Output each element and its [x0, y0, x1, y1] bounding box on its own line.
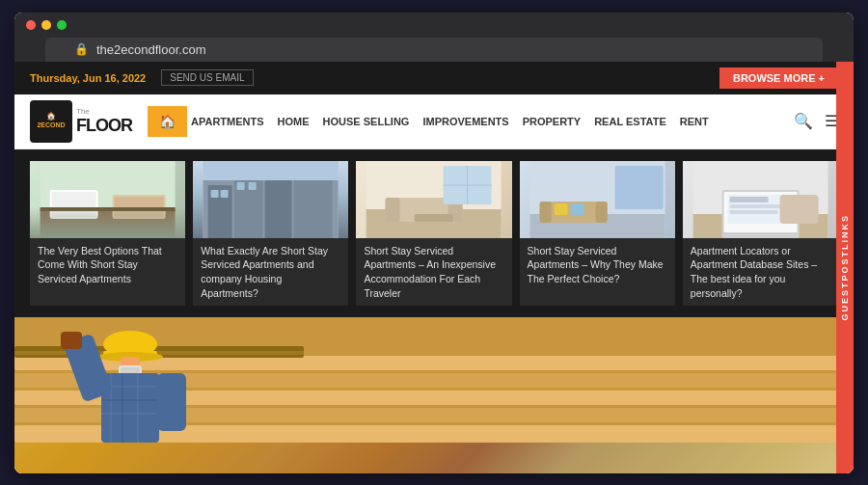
article-card-3[interactable]: Short Stay Serviced Apartments – An Inex… — [356, 161, 511, 307]
article-image-2 — [193, 161, 348, 238]
logo-the: The — [76, 107, 132, 116]
svg-rect-42 — [729, 204, 787, 208]
article-card-2[interactable]: What Exactly Are Short Stay Serviced Apa… — [193, 161, 348, 307]
nav-links: APARTMENTS HOME HOUSE SELLING IMPROVEMEN… — [191, 116, 794, 127]
svg-rect-21 — [386, 198, 400, 222]
nav-icons: 🔍 ☰ — [794, 112, 838, 130]
hero-svg — [14, 317, 854, 443]
send-email-button[interactable]: SEND US EMAIL — [161, 69, 253, 86]
address-bar[interactable]: 🔒 the2econdfloor.com — [45, 38, 823, 62]
svg-rect-14 — [221, 190, 229, 198]
article-card-5[interactable]: Apartment Locators or Apartment Database… — [683, 161, 838, 307]
article-title-5: Apartment Locators or Apartment Database… — [683, 238, 838, 307]
sidebar-label-text: GUESTPOSTLINKS — [840, 214, 850, 321]
svg-rect-16 — [249, 182, 257, 190]
nav-improvements[interactable]: IMPROVEMENTS — [422, 116, 508, 127]
nav-home[interactable]: HOME — [278, 116, 310, 127]
article-title-4: Short Stay Serviced Apartments – Why The… — [520, 238, 675, 292]
sidebar-label: GUESTPOSTLINKS — [836, 62, 854, 473]
svg-rect-6 — [41, 207, 176, 211]
browser-window: 🔒 the2econdfloor.com GUESTPOSTLINKS Thur… — [14, 13, 854, 473]
nav-apartments[interactable]: APARTMENTS — [191, 116, 264, 127]
svg-rect-3 — [52, 192, 96, 217]
logo-text: The FLOOR — [76, 107, 132, 136]
svg-rect-67 — [61, 332, 82, 349]
svg-rect-30 — [539, 202, 551, 223]
svg-rect-12 — [294, 178, 333, 238]
article-card-4[interactable]: Short Stay Serviced Apartments – Why The… — [520, 161, 675, 307]
logo-icon: 🏠2ECOND — [30, 100, 72, 143]
article-image-4 — [520, 161, 675, 238]
lock-icon: 🔒 — [74, 42, 89, 56]
article-image-5 — [683, 161, 838, 238]
nav-house-selling[interactable]: HOUSE SELLING — [323, 116, 410, 127]
article-title-3: Short Stay Serviced Apartments – An Inex… — [356, 238, 511, 307]
hero-section — [14, 317, 854, 472]
article-title-1: The Very Best Options That Come With Sho… — [30, 238, 185, 292]
article-image-3 — [356, 161, 511, 238]
svg-rect-23 — [415, 214, 453, 222]
top-bar-left: Thursday, Jun 16, 2022 SEND US EMAIL — [30, 69, 254, 86]
browse-more-button[interactable]: BROWSE MORE + — [719, 67, 838, 89]
svg-rect-15 — [237, 182, 245, 190]
logo-icon-text: 🏠2ECOND — [37, 113, 65, 130]
hero-image — [14, 317, 854, 472]
article-image-1 — [30, 161, 185, 238]
search-icon[interactable]: 🔍 — [794, 112, 813, 130]
svg-rect-32 — [554, 203, 567, 215]
nav-rent[interactable]: RENT — [680, 116, 709, 127]
svg-rect-17 — [203, 161, 339, 180]
svg-rect-44 — [779, 195, 818, 224]
svg-rect-11 — [265, 180, 292, 238]
minimize-dot[interactable] — [41, 20, 51, 30]
svg-rect-34 — [614, 166, 663, 209]
date-display: Thursday, Jun 16, 2022 — [30, 72, 146, 84]
top-bar: Thursday, Jun 16, 2022 SEND US EMAIL BRO… — [14, 62, 854, 94]
browser-dots — [26, 20, 842, 30]
svg-rect-52 — [14, 351, 304, 355]
svg-rect-1 — [41, 209, 176, 238]
svg-rect-13 — [211, 190, 219, 198]
svg-rect-31 — [595, 202, 607, 223]
article-title-2: What Exactly Are Short Stay Serviced Apa… — [193, 238, 348, 307]
home-button[interactable]: 🏠 — [148, 106, 187, 137]
svg-rect-43 — [729, 210, 777, 214]
maximize-dot[interactable] — [57, 20, 67, 30]
article-card-1[interactable]: The Very Best Options That Come With Sho… — [30, 161, 185, 307]
svg-rect-68 — [157, 373, 186, 431]
close-dot[interactable] — [26, 20, 36, 30]
svg-rect-41 — [729, 197, 768, 202]
logo-second: 2ECOND — [37, 121, 65, 128]
articles-section: The Very Best Options That Come With Sho… — [14, 149, 854, 318]
logo-floor: FLOOR — [76, 116, 132, 136]
address-text: the2econdfloor.com — [96, 42, 205, 57]
browser-chrome: 🔒 the2econdfloor.com — [14, 13, 854, 62]
svg-rect-5 — [115, 197, 164, 217]
website-content: GUESTPOSTLINKS Thursday, Jun 16, 2022 SE… — [14, 62, 854, 473]
nav-bar: 🏠2ECOND The FLOOR 🏠 APARTMENTS HOME HOUS… — [14, 94, 854, 149]
logo: 🏠2ECOND The FLOOR — [30, 100, 132, 143]
nav-real-estate[interactable]: REAL ESTATE — [594, 116, 666, 127]
svg-rect-33 — [570, 203, 583, 215]
articles-grid: The Very Best Options That Come With Sho… — [30, 161, 838, 307]
nav-property[interactable]: PROPERTY — [523, 116, 582, 127]
